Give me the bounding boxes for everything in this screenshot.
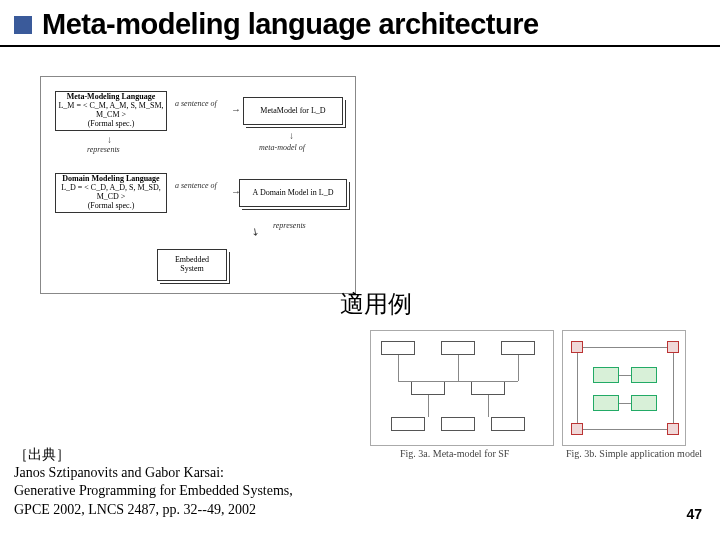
box-meta-model: MetaModel for L_D	[243, 97, 343, 125]
arrow-down-icon: ↓	[107, 135, 112, 145]
example-label: 適用例	[340, 288, 412, 320]
thumb-right-caption: Fig. 3b. Simple application model	[566, 448, 702, 459]
box-line: L_M = < C_M, A_M, S, M_SM, M_CM >	[58, 102, 164, 120]
box-domain-model: A Domain Model in L_D	[239, 179, 347, 207]
citation-tag: ［出典］	[14, 446, 293, 464]
rel-represents-right: represents	[273, 221, 306, 230]
arrow-right-icon: →	[231, 105, 241, 115]
box-line: L_D = < C_D, A_D, S, M_SD, M_CD >	[58, 184, 164, 202]
citation-line: Janos Sztipanovits and Gabor Karsai:	[14, 464, 293, 482]
thumb-left-caption: Fig. 3a. Meta-model for SF	[400, 448, 509, 459]
thumb-application-model	[562, 330, 686, 446]
box-line: Embedded System	[175, 256, 209, 274]
citation-line: Generative Programming for Embedded Syst…	[14, 482, 293, 500]
thumb-meta-model-sf	[370, 330, 554, 446]
box-line: A Domain Model in L_D	[253, 189, 334, 198]
rel-metamodel-of: meta-model of	[259, 143, 305, 152]
box-embedded-system: Embedded System	[157, 249, 227, 281]
citation-block: ［出典］ Janos Sztipanovits and Gabor Karsai…	[14, 446, 293, 519]
box-domain-modeling-language: Domain Modeling Language L_D = < C_D, A_…	[55, 173, 167, 213]
title-bullet-icon	[14, 16, 32, 34]
rel-represents-left: represents	[87, 145, 120, 154]
page-number: 47	[686, 506, 702, 522]
box-meta-modeling-language: Meta-Modeling Language L_M = < C_M, A_M,…	[55, 91, 167, 131]
box-line: MetaModel for L_D	[260, 107, 325, 116]
arrow-down-icon: ↓	[289, 131, 294, 141]
arrow-diag-icon: ↘	[249, 226, 261, 239]
rel-sentence-top: a sentence of	[175, 99, 217, 108]
architecture-diagram: Meta-Modeling Language L_M = < C_M, A_M,…	[40, 76, 356, 294]
page-title: Meta-modeling language architecture	[42, 8, 539, 41]
box-line: (Formal spec.)	[88, 202, 135, 211]
citation-line: GPCE 2002, LNCS 2487, pp. 32--49, 2002	[14, 501, 293, 519]
title-bar: Meta-modeling language architecture	[0, 0, 720, 47]
rel-sentence-mid: a sentence of	[175, 181, 217, 190]
box-line: (Formal spec.)	[88, 120, 135, 129]
arrow-right-icon: →	[231, 187, 241, 197]
